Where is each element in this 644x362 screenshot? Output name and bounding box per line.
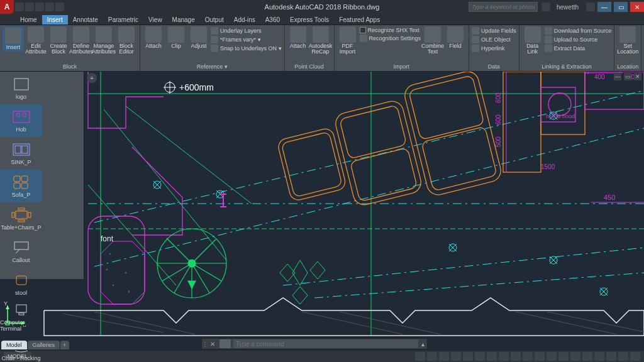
drawing-canvas[interactable]: + — ▭ ✕ xyxy=(0,72,644,351)
tab-home[interactable]: Home xyxy=(15,15,42,25)
layout-tab-galleries[interactable]: Galleries xyxy=(28,341,60,349)
update-fields-item[interactable]: Update Fields xyxy=(472,26,516,35)
status-anno-icon[interactable] xyxy=(547,352,557,361)
qat-undo-icon[interactable] xyxy=(45,3,54,11)
checkbox-icon[interactable] xyxy=(360,27,366,33)
layout-tab-model[interactable]: Model xyxy=(1,341,27,349)
adjust-button[interactable]: Adjust xyxy=(188,26,209,49)
svg-point-81 xyxy=(128,291,130,292)
svg-point-101 xyxy=(23,113,26,117)
app-logo[interactable]: A xyxy=(0,0,14,14)
create-block-button[interactable]: Create Block xyxy=(48,26,69,55)
recognition-settings-item[interactable]: Recognition Settings xyxy=(360,34,421,43)
command-input[interactable] xyxy=(233,339,418,348)
qat-save-icon[interactable] xyxy=(35,3,44,11)
field-button[interactable]: Field xyxy=(445,26,466,49)
download-source-item[interactable]: Download from Source xyxy=(545,26,612,35)
help-icon[interactable] xyxy=(586,3,595,11)
status-ortho-icon[interactable] xyxy=(439,352,449,361)
palette-item-logo[interactable]: logo xyxy=(0,72,42,104)
recap-button[interactable]: Autodesk ReCap xyxy=(310,26,331,55)
status-grid-icon[interactable] xyxy=(415,352,425,361)
qat-open-icon[interactable] xyxy=(25,3,34,11)
attach-button[interactable]: Attach xyxy=(143,26,164,49)
tab-manage[interactable]: Manage xyxy=(167,15,200,25)
new-doc-button[interactable]: + xyxy=(87,73,97,83)
insert-block-button[interactable]: Insert xyxy=(3,26,24,52)
qat-new-icon[interactable] xyxy=(15,3,24,11)
define-attributes-button[interactable]: Define Attributes xyxy=(70,26,92,55)
status-lwt-icon[interactable] xyxy=(499,352,509,361)
tab-insert[interactable]: Insert xyxy=(42,15,68,25)
palette-item-sofa[interactable]: Sofa_P xyxy=(0,170,42,202)
status-osnap-icon[interactable] xyxy=(463,352,473,361)
tab-express[interactable]: Express Tools xyxy=(285,15,334,25)
pdf-import-button[interactable]: PDF Import xyxy=(337,26,358,55)
block-editor-button[interactable]: Block Editor xyxy=(116,26,137,55)
minimize-button[interactable]: — xyxy=(597,2,611,12)
status-ws-icon[interactable] xyxy=(570,352,580,361)
status-dyn-icon[interactable] xyxy=(487,352,497,361)
status-clean-icon[interactable] xyxy=(618,352,628,361)
ole-object-item[interactable]: OLE Object xyxy=(472,35,516,44)
tab-parametric[interactable]: Parametric xyxy=(103,15,143,25)
layout-tab-add[interactable]: + xyxy=(60,341,69,349)
vp-max-icon[interactable]: ▭ xyxy=(624,73,631,80)
group-label[interactable]: Reference ▾ xyxy=(143,63,282,70)
combine-text-button[interactable]: Combine Text xyxy=(422,26,443,55)
command-line[interactable]: ⋮ ✕ ▴ xyxy=(201,338,428,349)
tab-view[interactable]: View xyxy=(143,15,167,25)
extract-data-item[interactable]: Extract Data xyxy=(545,44,612,53)
vp-close-icon[interactable]: ✕ xyxy=(634,73,641,80)
tab-featured[interactable]: Featured Apps xyxy=(334,15,385,25)
status-qp-icon[interactable] xyxy=(523,352,533,361)
keyword-search-input[interactable] xyxy=(469,2,538,12)
status-snap-icon[interactable] xyxy=(427,352,437,361)
combine-icon xyxy=(425,26,441,43)
palette-item-hob[interactable]: Hob xyxy=(0,104,42,137)
palette-item-callout[interactable]: Callout xyxy=(0,235,42,268)
palette-item-table[interactable]: Table+Chairs_P xyxy=(0,202,42,235)
frames-vary-item[interactable]: *Frames vary* ▾ xyxy=(211,35,282,44)
status-scale-icon[interactable] xyxy=(558,352,569,361)
cmd-close-icon[interactable]: ✕ xyxy=(208,341,217,348)
status-polar-icon[interactable] xyxy=(451,352,461,361)
status-custom-icon[interactable] xyxy=(630,352,640,361)
status-track-icon[interactable] xyxy=(475,352,485,361)
palette-item-stool[interactable]: stool xyxy=(0,268,42,300)
tab-output[interactable]: Output xyxy=(200,15,229,25)
clip-button[interactable]: Clip xyxy=(165,26,187,49)
status-isolate-icon[interactable] xyxy=(594,352,604,361)
svg-rect-116 xyxy=(16,276,26,285)
vp-min-icon[interactable]: — xyxy=(614,73,621,80)
user-name[interactable]: hewetth xyxy=(553,4,582,11)
manage-attributes-button[interactable]: Manage Attributes xyxy=(93,26,114,55)
cmd-grip-icon[interactable]: ⋮ xyxy=(202,341,208,348)
snap-underlays-item[interactable]: Snap to Underlays ON ▾ xyxy=(211,44,282,53)
tab-annotate[interactable]: Annotate xyxy=(68,15,103,25)
hyperlink-item[interactable]: Hyperlink xyxy=(472,44,516,53)
status-trans-icon[interactable] xyxy=(511,352,521,361)
status-hw-icon[interactable] xyxy=(606,352,616,361)
svg-rect-107 xyxy=(14,183,20,189)
status-monitor-icon[interactable] xyxy=(582,352,592,361)
tab-a360[interactable]: A360 xyxy=(260,15,285,25)
drawing-svg: hob & hood 400 600 600 500 600 1500 450 xyxy=(0,72,644,351)
underlay-layers-item[interactable]: Underlay Layers xyxy=(211,26,282,35)
tab-addins[interactable]: Add-ins xyxy=(229,15,260,25)
qat-redo-icon[interactable] xyxy=(55,3,64,11)
set-location-button[interactable]: Set Location xyxy=(617,26,638,55)
maximize-button[interactable]: ▭ xyxy=(614,2,628,12)
attach-pc-button[interactable]: Attach xyxy=(287,26,309,49)
upload-source-item[interactable]: Upload to Source xyxy=(545,35,612,44)
field-label: Field xyxy=(449,43,462,49)
recognize-shx-item[interactable]: Recognize SHX Text xyxy=(360,26,421,34)
signin-icon[interactable] xyxy=(541,3,550,11)
status-cycle-icon[interactable] xyxy=(535,352,545,361)
cmd-history-icon[interactable]: ▴ xyxy=(418,341,427,348)
cmd-prompt-icon[interactable] xyxy=(219,339,231,348)
edit-attribute-button[interactable]: Edit Attribute xyxy=(25,26,47,55)
data-link-button[interactable]: Data Link xyxy=(522,26,543,55)
close-button[interactable]: ✕ xyxy=(630,2,644,12)
palette-item-sink[interactable]: SINK_P xyxy=(0,137,42,170)
